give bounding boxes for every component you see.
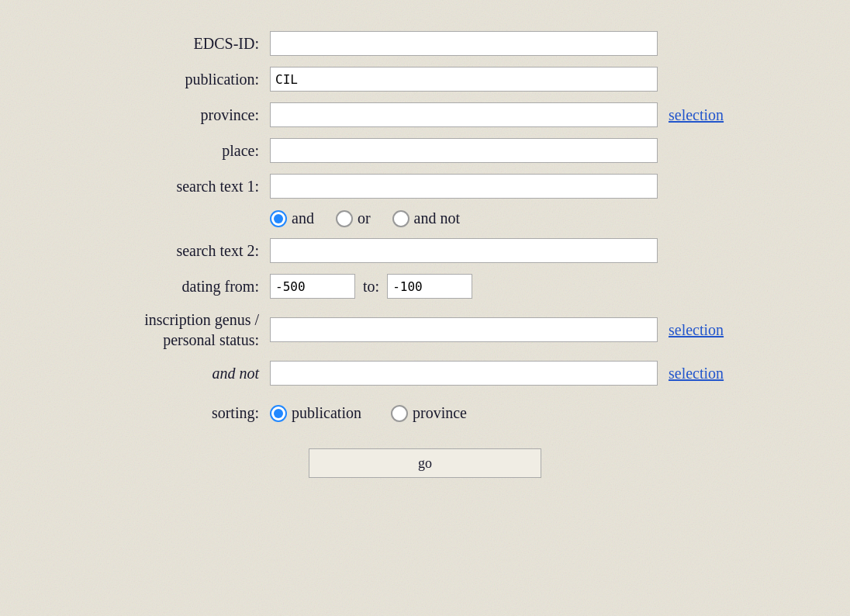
search-text-1-label: search text 1: — [45, 178, 270, 196]
radio-and-not-button[interactable] — [392, 210, 409, 227]
search-form: EDCS-ID: publication: province: selectio… — [45, 31, 805, 478]
radio-and-not-label: and not — [414, 209, 460, 227]
and-not-label: and not — [45, 365, 270, 382]
sort-publication-label: publication — [292, 404, 361, 422]
sort-publication-button[interactable] — [270, 405, 287, 422]
edcs-id-label: EDCS-ID: — [45, 35, 270, 53]
publication-input[interactable] — [270, 67, 658, 92]
sort-province-button[interactable] — [391, 405, 408, 422]
inscription-genus-row: inscription genus / personal status: sel… — [45, 310, 805, 350]
search-text-2-row: search text 2: — [45, 238, 805, 263]
search-text-2-input[interactable] — [270, 238, 658, 263]
place-row: place: — [45, 138, 805, 163]
radio-or-label: or — [358, 209, 371, 227]
dating-from-label: dating from: — [45, 278, 270, 296]
and-not-row: and not selection — [45, 361, 805, 386]
radio-and-not[interactable]: and not — [392, 209, 460, 227]
radio-and-button[interactable] — [270, 210, 287, 227]
search-text-2-label: search text 2: — [45, 242, 270, 260]
place-label: place: — [45, 142, 270, 160]
dating-to-label: to: — [363, 278, 379, 296]
radio-or-button[interactable] — [336, 210, 353, 227]
sort-province[interactable]: province — [391, 404, 467, 422]
inscription-genus-label: inscription genus / personal status: — [45, 310, 270, 350]
radio-and[interactable]: and — [270, 209, 314, 227]
sort-publication[interactable]: publication — [270, 404, 361, 422]
province-label: province: — [45, 106, 270, 124]
radio-or[interactable]: or — [336, 209, 371, 227]
dating-row: dating from: to: — [45, 274, 805, 299]
edcs-id-row: EDCS-ID: — [45, 31, 805, 56]
search-text-1-row: search text 1: — [45, 174, 805, 199]
and-not-selection-link[interactable]: selection — [669, 365, 724, 382]
dating-to-input[interactable] — [387, 274, 472, 299]
dating-from-input[interactable] — [270, 274, 355, 299]
inscription-genus-selection-link[interactable]: selection — [669, 321, 724, 339]
sort-province-label: province — [413, 404, 467, 422]
radio-and-label: and — [292, 209, 314, 227]
and-not-input[interactable] — [270, 361, 658, 386]
province-input[interactable] — [270, 102, 658, 127]
go-button[interactable]: go — [309, 448, 541, 478]
go-button-row: go — [45, 448, 805, 478]
publication-row: publication: — [45, 67, 805, 92]
place-input[interactable] — [270, 138, 658, 163]
text-operator-radio-group: and or and not — [270, 209, 805, 227]
province-selection-link[interactable]: selection — [669, 106, 724, 124]
publication-label: publication: — [45, 71, 270, 88]
search-text-1-input[interactable] — [270, 174, 658, 199]
sorting-row: sorting: publication province — [45, 404, 805, 422]
province-row: province: selection — [45, 102, 805, 127]
inscription-genus-input[interactable] — [270, 317, 658, 342]
edcs-id-input[interactable] — [270, 31, 658, 56]
sorting-label: sorting: — [45, 404, 270, 422]
